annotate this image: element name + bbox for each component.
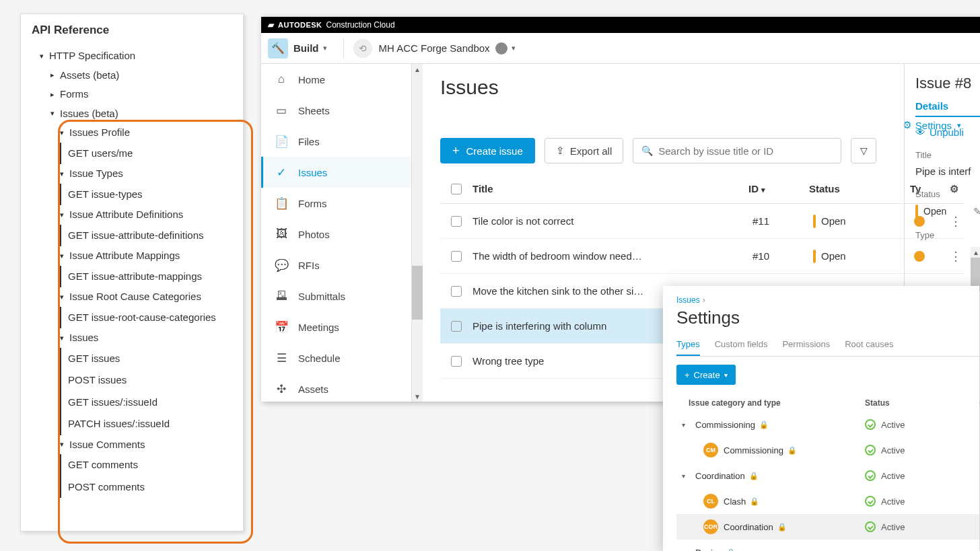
tree-item-get-issue-types[interactable]: GET issue-types	[32, 184, 238, 206]
row-checkbox[interactable]	[451, 286, 462, 297]
table-row[interactable]: The width of bedroom window need… #10 Op…	[440, 239, 964, 274]
tab-custom-fields[interactable]: Custom fields	[715, 339, 768, 356]
tab-root-causes[interactable]: Root causes	[845, 339, 893, 356]
nav-photos[interactable]: 🖼Photos	[261, 219, 411, 250]
status-active: Active	[865, 521, 905, 532]
tree-item-get-issue-attr-map[interactable]: GET issue-attribute-mappings	[32, 266, 238, 288]
scroll-thumb[interactable]	[412, 266, 423, 320]
detail-title: Issue #8	[915, 75, 980, 92]
type-row[interactable]: CORCoordination🔒 Active	[676, 514, 979, 540]
tree-item-issues-profile[interactable]: ▾Issues Profile	[32, 123, 238, 143]
lock-icon: 🔒	[777, 523, 787, 531]
nav-home[interactable]: ⌂Home	[261, 64, 411, 95]
status-active: Active	[865, 419, 905, 430]
eye-off-icon: 👁	[915, 126, 925, 138]
nav-submittals[interactable]: 🗳Submittals	[261, 281, 411, 311]
tree-item-get-issue-id[interactable]: GET issues/:issueId	[32, 392, 238, 414]
nav-files[interactable]: 📄Files	[261, 126, 411, 157]
title-label: Title	[915, 150, 980, 160]
col-title[interactable]: Title	[473, 183, 748, 194]
api-reference-title: API Reference	[32, 24, 238, 37]
tree-item-issue-root-cause[interactable]: ▾Issue Root Cause Categories	[32, 287, 238, 307]
tree-item-get-issues[interactable]: GET issues	[32, 348, 238, 370]
chevron-down-icon[interactable]: ▾	[512, 44, 516, 52]
row-checkbox[interactable]	[451, 321, 462, 332]
check-circle-icon	[865, 445, 876, 455]
row-checkbox[interactable]	[451, 356, 462, 367]
tree-item-forms[interactable]: ▸Forms	[32, 85, 238, 104]
tree-item-http-spec[interactable]: ▾HTTP Specification	[32, 46, 238, 66]
tree-item-get-issue-root-cause[interactable]: GET issue-root-cause-categories	[32, 307, 238, 329]
scroll-down-icon[interactable]: ▼	[412, 391, 423, 402]
table-row[interactable]: Tile color is not correct #11 Open ⋮	[440, 204, 964, 239]
search-input-wrapper[interactable]: 🔍	[633, 138, 841, 163]
search-input[interactable]	[658, 145, 833, 157]
tree-item-get-comments[interactable]: GET comments	[32, 454, 238, 476]
create-issue-button[interactable]: +Create issue	[440, 138, 535, 163]
type-row[interactable]: CMCommissioning🔒 Active	[676, 437, 979, 463]
select-all-checkbox[interactable]	[451, 184, 462, 194]
col-id[interactable]: ID ▾	[748, 183, 809, 194]
chevron-down-icon[interactable]: ▾	[682, 549, 693, 552]
nav-issues[interactable]: ✓Issues	[261, 157, 411, 188]
tree-item-post-comments[interactable]: POST comments	[32, 476, 238, 499]
tree-item-get-users-me[interactable]: GET users/me	[32, 143, 238, 165]
tree-item-get-issue-attr-def[interactable]: GET issue-attribute-definitions	[32, 225, 238, 247]
row-title: The width of bedroom window need…	[473, 250, 753, 262]
tree-item-issue-types[interactable]: ▾Issue Types	[32, 164, 238, 184]
col-status[interactable]: Status	[809, 183, 910, 194]
tree-item-issue-attr-map[interactable]: ▾Issue Attribute Mappings	[32, 246, 238, 266]
nav-meetings[interactable]: 📅Meetings	[261, 311, 411, 342]
filter-button[interactable]: ▽	[851, 138, 876, 163]
globe-icon	[495, 42, 508, 54]
edit-icon[interactable]: ✎	[973, 206, 980, 217]
row-checkbox[interactable]	[451, 216, 462, 227]
check-circle-icon	[865, 496, 876, 507]
tree-item-issues-beta[interactable]: ▾Issues (beta)	[32, 104, 238, 124]
settings-title: Settings	[676, 307, 979, 328]
tree-item-post-issues[interactable]: POST issues	[32, 369, 238, 392]
row-id: #11	[753, 215, 813, 227]
tree-item-patch-issue-id[interactable]: PATCH issues/:issueId	[32, 413, 238, 435]
scroll-up-icon[interactable]: ▲	[412, 64, 423, 75]
nav-rfis[interactable]: 💬RFIs	[261, 250, 411, 281]
category-row[interactable]: ▾Coordination🔒 Active	[676, 463, 979, 488]
tree-item-issues[interactable]: ▾Issues	[32, 328, 238, 348]
nav-assets[interactable]: ✣Assets	[261, 373, 411, 402]
detail-tab-details[interactable]: Details	[915, 100, 980, 117]
status-active: Active	[865, 445, 905, 455]
tree-item-assets-beta[interactable]: ▸Assets (beta)	[32, 66, 238, 85]
sidenav-scrollbar[interactable]: ▲ ▼	[412, 64, 423, 402]
type-row[interactable]: CLClash🔒 Active	[676, 488, 979, 514]
nav-sheets[interactable]: ▭Sheets	[261, 95, 411, 126]
tab-permissions[interactable]: Permissions	[782, 339, 830, 356]
category-row[interactable]: ▾Commissioning🔒 Active	[676, 412, 979, 437]
unpublished-badge: 👁Unpubli	[915, 126, 980, 138]
category-row[interactable]: ▾Design🔒	[676, 540, 979, 551]
row-status: Open	[813, 215, 914, 228]
tree-item-issue-comments[interactable]: ▾Issue Comments	[32, 435, 238, 455]
autodesk-logo-icon: ▰	[268, 20, 274, 30]
project-name[interactable]: MH ACC Forge Sandbox	[379, 42, 490, 54]
nav-forms[interactable]: 📋Forms	[261, 188, 411, 219]
export-icon: ⇪	[556, 145, 565, 157]
table-header: Title ID ▾ Status Ty ⚙	[440, 174, 964, 204]
create-button[interactable]: +Create▾	[676, 365, 736, 385]
breadcrumb[interactable]: Issues›	[676, 295, 979, 305]
row-status: Open	[813, 250, 914, 263]
export-all-button[interactable]: ⇪Export all	[545, 138, 624, 163]
build-dropdown[interactable]: 🔨 Build ▾	[268, 38, 327, 59]
chevron-down-icon[interactable]: ▾	[682, 472, 693, 480]
nav-schedule[interactable]: ☰Schedule	[261, 342, 411, 373]
photo-icon: 🖼	[274, 227, 289, 241]
chevron-down-icon[interactable]: ▾	[682, 421, 693, 429]
app-topbar: ▰ AUTODESK Construction Cloud	[261, 17, 980, 33]
tab-types[interactable]: Types	[676, 339, 700, 356]
lock-icon: 🔒	[749, 472, 759, 480]
tree-item-issue-attr-def[interactable]: ▾Issue Attribute Definitions	[32, 205, 238, 225]
page-title: Issues	[440, 76, 964, 99]
home-icon: ⌂	[274, 73, 289, 86]
back-button[interactable]: ⟲	[353, 39, 372, 58]
status-value[interactable]: Open✎	[915, 205, 980, 218]
row-checkbox[interactable]	[451, 251, 462, 262]
